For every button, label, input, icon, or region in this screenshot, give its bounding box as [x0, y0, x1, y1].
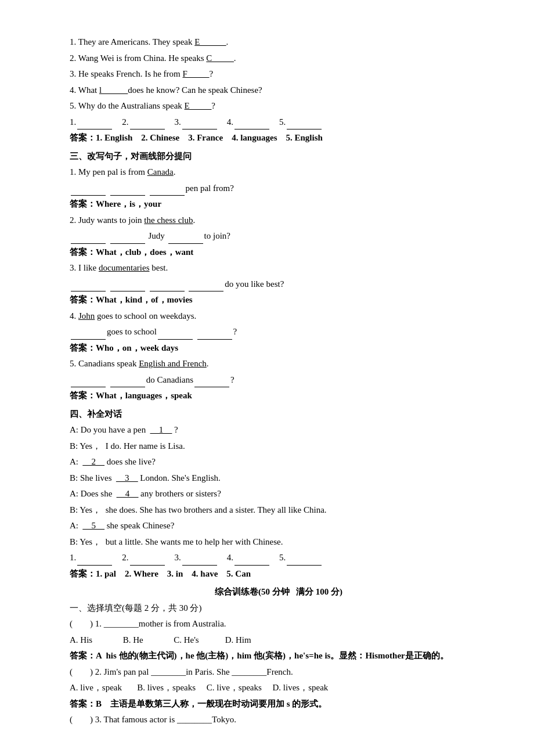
- section-comprehensive: 综合训练卷(50 分钟 满分 100 分) 一、选择填空(每题 2 分，共 30…: [70, 585, 488, 728]
- da1: A: Do you have a pen __1__ ?: [70, 423, 488, 438]
- db2: B: She lives __3__ London. She's English…: [70, 471, 488, 486]
- q3: 3. He speaks French. Is he from F_____?: [70, 67, 488, 82]
- q3-blank: F_____: [183, 69, 210, 78]
- cq1-options: A. His B. He C. He's D. Him: [70, 633, 488, 648]
- rq4-blank: goes to school ?: [70, 325, 488, 340]
- section3-title: 三、改写句子，对画线部分提问: [70, 149, 488, 164]
- rq5-blank: do Canadians?: [70, 373, 488, 388]
- rq2-blank: Judy to join?: [70, 229, 488, 244]
- dialogue-blanks-row: 1. 2. 3. 4. 5.: [70, 550, 488, 566]
- section4-title: 四、补全对话: [70, 407, 488, 422]
- q5: 5. Why do the Australians speak E_____?: [70, 99, 488, 114]
- rq3-answer: 答案：What，kind，of，movies: [70, 293, 488, 308]
- answer-1: 答案：1. English 2. Chinese 3. France 4. la…: [70, 131, 488, 146]
- db1: B: Yes， I do. Her name is Lisa.: [70, 439, 488, 454]
- cq2: ( ) 2. Jim's pan pal ________in Paris. S…: [70, 665, 488, 680]
- q2: 2. Wang Wei is from China. He speaks C__…: [70, 51, 488, 66]
- comp-title: 综合训练卷(50 分钟 满分 100 分): [70, 585, 488, 600]
- q4-blank: l______: [99, 85, 128, 95]
- comp-subtitle: 一、选择填空(每题 2 分，共 30 分): [70, 601, 488, 616]
- rq3: 3. I like documentaries best.: [70, 261, 488, 276]
- cq1-answer: 答案：A his 他的(物主代词)，he 他(主格)，him 他(宾格)，he'…: [70, 649, 488, 664]
- da2: A: __2__ does she live?: [70, 455, 488, 470]
- answer-blanks-row: 1. 2. 3. 4. 5.: [70, 115, 488, 130]
- section-dialogue: 四、补全对话 A: Do you have a pen __1__ ? B: Y…: [70, 407, 488, 582]
- db3: B: Yes， she does. She has two brothers a…: [70, 503, 488, 518]
- db4: B: Yes， but a little. She wants me to he…: [70, 535, 488, 550]
- cq1: ( ) 1. ________mother is from Australia.: [70, 617, 488, 632]
- rq3-blank: do you like best?: [70, 277, 488, 292]
- section-rewrite: 三、改写句子，对画线部分提问 1. My pen pal is from Can…: [70, 149, 488, 404]
- rq2: 2. Judy wants to join the chess club.: [70, 213, 488, 228]
- q1: 1. They are Americans. They speak E_____…: [70, 35, 488, 50]
- cq3: ( ) 3. That famous actor is ________Toky…: [70, 712, 488, 728]
- section-fill-blanks: 1. They are Americans. They speak E_____…: [70, 35, 488, 146]
- q4: 4. What l______does he know? Can he spea…: [70, 83, 488, 98]
- rq2-answer: 答案：What，club，does，want: [70, 245, 488, 260]
- rq5: 5. Canadians speak English and French.: [70, 357, 488, 372]
- rq4-answer: 答案：Who，on，week days: [70, 341, 488, 356]
- q2-blank: C_____: [206, 53, 234, 63]
- rq1: 1. My pen pal is from Canada.: [70, 165, 488, 180]
- rq4: 4. John goes to school on weekdays.: [70, 309, 488, 324]
- q5-blank: E_____: [185, 101, 212, 110]
- cq2-options: A. live，speak B. lives，speaks C. live，sp…: [70, 681, 488, 696]
- q1-blank: E______: [194, 37, 226, 46]
- page-content: 1. They are Americans. They speak E_____…: [70, 35, 488, 728]
- da3: A: Does she __4__ any brothers or sister…: [70, 487, 488, 502]
- cq2-answer: 答案：B 主语是单数第三人称，一般现在时动词要用加 s 的形式。: [70, 697, 488, 712]
- rq1-answer: 答案：Where，is，your: [70, 197, 488, 212]
- rq5-answer: 答案：What，languages，speak: [70, 388, 488, 404]
- dialogue-answer: 答案：1. pal 2. Where 3. in 4. have 5. Can: [70, 567, 488, 582]
- da4: A: __5__ she speak Chinese?: [70, 519, 488, 534]
- rq1-blank: pen pal from?: [70, 181, 488, 196]
